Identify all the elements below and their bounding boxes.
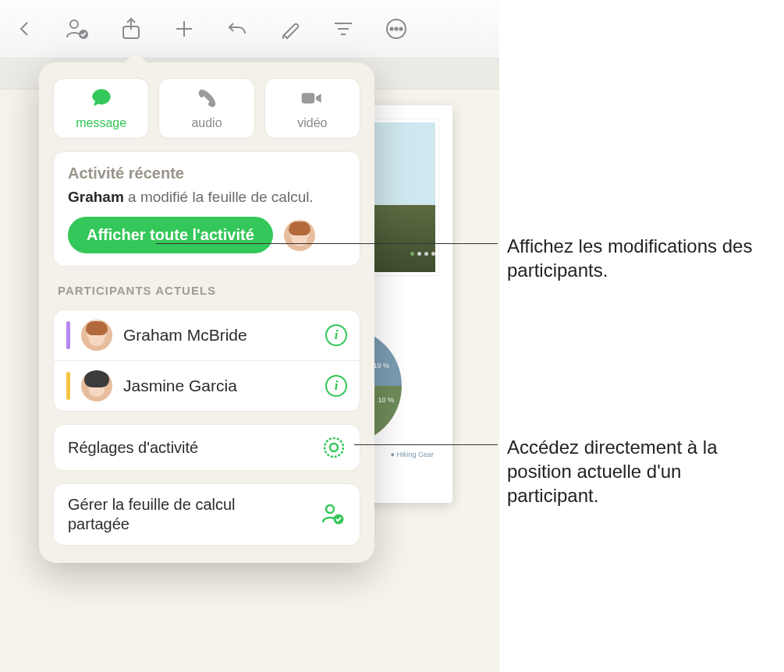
filter-button[interactable]: [328, 13, 359, 44]
manage-shared-label: Gérer la feuille de calcul partagée: [68, 495, 286, 534]
info-icon[interactable]: i: [325, 324, 347, 346]
svg-point-5: [395, 27, 397, 30]
message-icon: [90, 87, 113, 113]
activity-actions: Afficher toute l'activité: [68, 217, 346, 253]
avatar: [284, 220, 315, 251]
collaboration-popover: message audio vidéo Activité récente Gra…: [39, 62, 374, 563]
more-button[interactable]: [381, 13, 412, 44]
communication-row: message audio vidéo: [53, 78, 360, 139]
manage-shared-row[interactable]: Gérer la feuille de calcul partagée: [53, 483, 360, 546]
callout-line: [354, 444, 498, 445]
callout-text: Affichez les modifications des participa…: [507, 235, 752, 281]
participant-color: [66, 372, 70, 400]
callout-line: [156, 243, 498, 244]
callout-top: Affichez les modifications des participa…: [507, 234, 780, 282]
video-icon: [300, 87, 324, 113]
back-button[interactable]: [9, 13, 41, 44]
callout-bottom: Accédez directement à la position actuel…: [507, 435, 772, 508]
share-button[interactable]: [115, 13, 147, 44]
pie-label: 19 %: [373, 362, 389, 370]
activity-actor: Graham: [68, 189, 124, 205]
right-pane: [499, 0, 784, 672]
avatar: [81, 320, 112, 351]
photo-pager-dots: [410, 252, 435, 256]
activity-text: a modifié la feuille de calcul.: [124, 189, 314, 205]
recent-activity-heading: Activité récente: [68, 164, 346, 182]
collaborate-button[interactable]: [62, 13, 94, 44]
audio-label: audio: [191, 116, 222, 130]
svg-rect-7: [302, 93, 315, 103]
audio-button[interactable]: audio: [158, 78, 254, 139]
recent-activity-card: Activité récente Graham a modifié la feu…: [53, 151, 360, 267]
svg-point-8: [325, 438, 343, 457]
message-button[interactable]: message: [53, 78, 149, 139]
info-icon[interactable]: i: [325, 375, 347, 397]
add-button[interactable]: [169, 13, 200, 44]
callout-text: Accédez directement à la position actuel…: [507, 437, 717, 506]
participant-row[interactable]: Jasmine Garcia i: [54, 360, 360, 411]
format-brush-button[interactable]: [275, 13, 306, 44]
video-label: vidéo: [297, 116, 327, 130]
avatar: [81, 370, 112, 401]
participant-name: Jasmine Garcia: [123, 377, 314, 395]
collaborate-icon: [321, 502, 346, 527]
activity-line: Graham a modifié la feuille de calcul.: [68, 189, 346, 206]
participant-name: Graham McBride: [123, 326, 314, 345]
participants-list: Graham McBride i Jasmine Garcia i: [53, 309, 360, 412]
show-all-activity-button[interactable]: Afficher toute l'activité: [68, 217, 273, 253]
undo-button[interactable]: [222, 13, 253, 44]
svg-point-10: [326, 505, 334, 513]
participants-heading: PARTICIPANTS ACTUELS: [58, 284, 356, 297]
participant-color: [66, 321, 70, 349]
pie-label: 10 %: [378, 396, 394, 404]
message-label: message: [76, 116, 126, 130]
video-button[interactable]: vidéo: [264, 78, 360, 139]
svg-point-0: [70, 20, 78, 28]
activity-settings-label: Réglages d'activité: [68, 438, 198, 458]
activity-settings-row[interactable]: Réglages d'activité: [53, 424, 360, 471]
svg-point-9: [330, 444, 338, 451]
phone-icon: [195, 87, 218, 113]
participant-row[interactable]: Graham McBride i: [54, 310, 360, 360]
svg-point-4: [390, 27, 392, 30]
svg-point-6: [399, 27, 402, 30]
gear-icon: [322, 436, 346, 459]
